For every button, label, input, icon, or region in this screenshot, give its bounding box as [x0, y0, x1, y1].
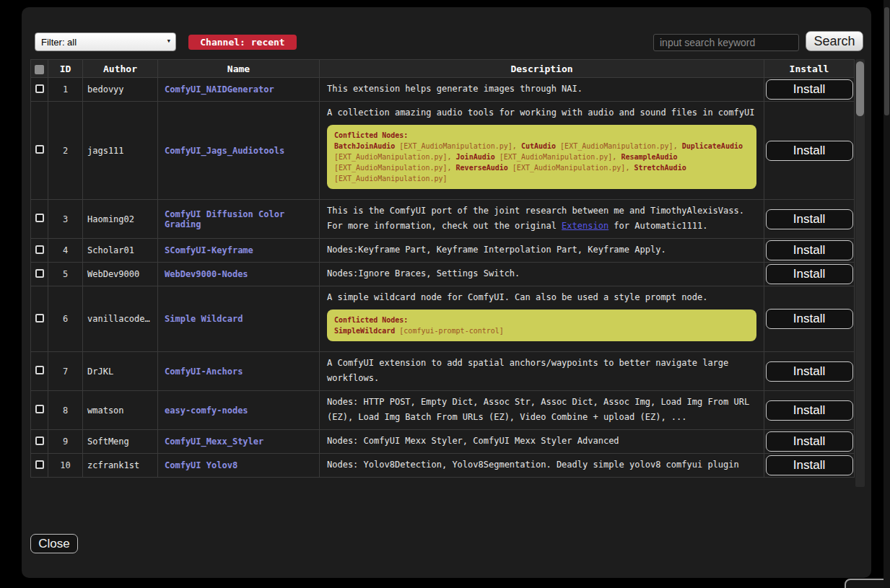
row-checkbox[interactable] — [35, 460, 44, 469]
row-checkbox-cell — [31, 352, 48, 391]
row-id: 10 — [48, 454, 83, 478]
row-checkbox[interactable] — [35, 314, 44, 322]
browser-scrollbar-thumb[interactable] — [884, 7, 889, 115]
column-header-checkbox — [31, 60, 48, 78]
install-button[interactable]: Install — [766, 400, 853, 421]
node-name-link[interactable]: ComfyUI Yolov8 — [165, 460, 237, 470]
conflict-warning: Conflicted Nodes:BatchJoinAudio [EXT_Aud… — [327, 125, 756, 189]
close-button[interactable]: Close — [30, 534, 78, 553]
browser-scrollbar[interactable] — [884, 0, 890, 588]
row-author: DrJKL — [83, 352, 158, 391]
node-name-link[interactable]: ComfyUI_Jags_Audiotools — [165, 146, 284, 156]
conflict-items: BatchJoinAudio [EXT_AudioManipulation.py… — [334, 141, 749, 184]
row-author: Haoming02 — [83, 200, 158, 239]
conflict-node-source: [EXT_AudioManipulation.py], — [495, 153, 621, 161]
row-name-cell: ComfyUI-Anchors — [158, 352, 320, 391]
row-name-cell: ComfyUI Yolov8 — [158, 454, 320, 478]
select-all-checkbox[interactable] — [35, 65, 44, 74]
row-description-cell: A ComfyUI extension to add spatial ancho… — [320, 352, 764, 391]
row-install-cell: Install — [764, 78, 855, 102]
row-checkbox[interactable] — [35, 145, 44, 154]
row-checkbox[interactable] — [35, 405, 44, 413]
install-button[interactable]: Install — [766, 141, 853, 161]
conflict-node-source: [EXT_AudioManipulation.py], — [334, 164, 456, 172]
node-name-link[interactable]: ComfyUI Diffusion Color Grading — [165, 209, 284, 229]
conflict-node-source: [EXT_AudioManipulation.py], — [556, 142, 682, 150]
table-row: 2jags111ComfyUI_Jags_AudiotoolsA collect… — [31, 102, 855, 200]
table-scrollbar[interactable] — [855, 59, 865, 487]
conflict-node-name: DuplicateAudio — [682, 142, 743, 150]
conflict-node-source: [EXT_AudioManipulation.py], — [508, 164, 634, 172]
row-install-cell: Install — [764, 391, 855, 430]
table-row: 4Scholar01SComfyUI-KeyframeNodes:Keyfram… — [31, 239, 855, 263]
row-name-cell: Simple Wildcard — [158, 286, 320, 352]
row-install-cell: Install — [764, 352, 855, 391]
row-install-cell: Install — [764, 430, 855, 454]
search-button[interactable]: Search — [806, 31, 863, 51]
node-name-link[interactable]: Simple Wildcard — [165, 314, 243, 324]
row-checkbox[interactable] — [35, 84, 44, 93]
row-description: Nodes:Ignore Braces, Settings Switch. — [327, 266, 758, 281]
row-description-cell: Nodes: Yolov8Detection, Yolov8Segmentati… — [320, 454, 764, 478]
row-description: A collection amazing audio tools for wor… — [327, 105, 758, 120]
filter-select[interactable]: Filter: all — [35, 32, 176, 51]
row-author: SoftMeng — [83, 430, 158, 454]
row-description: Nodes: ComfyUI Mexx Styler, ComfyUI Mexx… — [327, 434, 758, 449]
row-author: jags111 — [83, 102, 158, 200]
row-description-cell: Nodes:Keyframe Part, Keyframe Interpolat… — [320, 239, 764, 263]
row-description: Nodes: Yolov8Detection, Yolov8Segmentati… — [327, 457, 758, 473]
row-id: 7 — [48, 352, 83, 391]
row-checkbox[interactable] — [35, 245, 44, 254]
install-button[interactable]: Install — [766, 264, 853, 284]
row-install-cell: Install — [764, 263, 855, 286]
table-scrollbar-thumb[interactable] — [856, 61, 864, 116]
description-link[interactable]: Extension — [562, 221, 608, 231]
row-description-cell: Nodes: HTTP POST, Empty Dict, Assoc Str,… — [320, 391, 764, 430]
column-header-description: Description — [320, 60, 764, 78]
node-name-link[interactable]: WebDev9000-Nodes — [165, 269, 248, 279]
conflict-node-source: [EXT_AudioManipulation.py], — [334, 153, 456, 161]
row-name-cell: ComfyUI_Jags_Audiotools — [158, 102, 320, 200]
row-checkbox-cell — [31, 78, 48, 102]
row-description-cell: A collection amazing audio tools for wor… — [320, 102, 764, 200]
column-header-author: Author — [83, 60, 158, 78]
row-checkbox[interactable] — [35, 436, 44, 445]
row-description: Nodes:Keyframe Part, Keyframe Interpolat… — [327, 242, 758, 258]
row-checkbox[interactable] — [35, 366, 44, 374]
install-button[interactable]: Install — [766, 361, 853, 382]
row-name-cell: WebDev9000-Nodes — [158, 263, 320, 286]
row-author: Scholar01 — [83, 239, 158, 263]
node-name-link[interactable]: easy-comfy-nodes — [165, 405, 248, 416]
row-name-cell: ComfyUI_Mexx_Styler — [158, 430, 320, 454]
install-button[interactable]: Install — [766, 240, 853, 260]
row-name-cell: SComfyUI-Keyframe — [158, 239, 320, 263]
row-checkbox-cell — [31, 286, 48, 352]
row-id: 1 — [48, 78, 83, 102]
table-row: 8wmatsoneasy-comfy-nodesNodes: HTTP POST… — [31, 391, 855, 430]
row-id: 8 — [48, 391, 83, 430]
row-checkbox-cell — [31, 454, 48, 478]
conflict-node-source: [EXT_AudioManipulation.py] — [334, 175, 448, 183]
install-button[interactable]: Install — [766, 79, 853, 100]
install-button[interactable]: Install — [766, 455, 853, 475]
conflict-node-name: CutAudio — [521, 142, 556, 150]
node-name-link[interactable]: SComfyUI-Keyframe — [165, 245, 253, 255]
search-input[interactable] — [653, 34, 799, 51]
install-button[interactable]: Install — [766, 209, 853, 229]
node-name-link[interactable]: ComfyUI-Anchors — [165, 367, 243, 377]
conflict-items: SimpleWildcard [comfyui-prompt-control] — [334, 325, 749, 336]
row-author: bedovyy — [83, 78, 158, 102]
install-button[interactable]: Install — [766, 431, 853, 452]
row-description-cell: This extension helps generate images thr… — [320, 78, 764, 102]
row-checkbox[interactable] — [35, 269, 44, 278]
row-description-cell: A simple wildcard node for ComfyUI. Can … — [320, 286, 764, 352]
row-checkbox-cell — [31, 102, 48, 200]
row-name-cell: ComfyUI Diffusion Color Grading — [158, 200, 320, 239]
table-row: 7DrJKLComfyUI-AnchorsA ComfyUI extension… — [31, 352, 855, 391]
node-name-link[interactable]: ComfyUI_NAIDGenerator — [165, 84, 274, 95]
row-description-cell: Nodes:Ignore Braces, Settings Switch. — [320, 263, 764, 286]
node-name-link[interactable]: ComfyUI_Mexx_Styler — [165, 436, 263, 447]
row-checkbox[interactable] — [35, 214, 44, 222]
install-button[interactable]: Install — [766, 309, 853, 329]
node-table-body: 1bedovyyComfyUI_NAIDGeneratorThis extens… — [31, 78, 855, 478]
